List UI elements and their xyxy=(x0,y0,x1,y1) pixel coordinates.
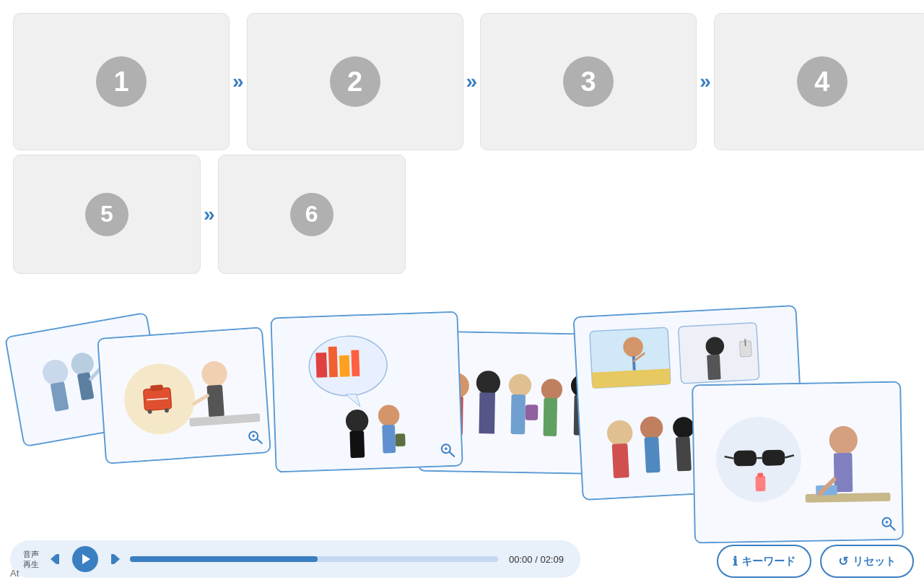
svg-rect-78 xyxy=(733,450,757,466)
reset-icon: ↺ xyxy=(838,554,848,569)
skip-forward-button[interactable] xyxy=(104,549,124,569)
scene-illustration-3 xyxy=(271,313,461,472)
arrow-5-6: » xyxy=(204,204,215,225)
skip-back-icon xyxy=(48,551,64,567)
svg-rect-95 xyxy=(56,554,59,564)
svg-rect-67 xyxy=(644,437,660,473)
reset-button[interactable]: ↺ リセット xyxy=(820,545,914,578)
card-number-4: 4 xyxy=(797,56,847,107)
bottom-buttons: ℹ キーワード ↺ リセット xyxy=(717,545,914,578)
story-card-6[interactable]: 6 xyxy=(218,155,406,274)
svg-rect-69 xyxy=(676,436,692,471)
story-card-3[interactable]: 3 xyxy=(480,13,697,150)
svg-rect-43 xyxy=(510,394,526,434)
svg-rect-44 xyxy=(525,405,538,420)
card-number-3: 3 xyxy=(563,56,614,107)
svg-line-34 xyxy=(450,452,454,457)
search-icon-3 xyxy=(440,442,456,459)
svg-line-63 xyxy=(745,339,746,346)
card-number-6: 6 xyxy=(290,193,334,236)
svg-rect-26 xyxy=(351,350,359,376)
svg-rect-79 xyxy=(762,450,785,466)
search-icon xyxy=(247,429,263,446)
arrow-1-2: » xyxy=(232,72,244,92)
svg-rect-14 xyxy=(206,385,225,418)
scene-card-2[interactable] xyxy=(97,327,271,464)
arrow-3-4: » xyxy=(699,72,711,92)
svg-marker-94 xyxy=(51,554,56,564)
play-icon xyxy=(79,553,92,566)
skip-back-button[interactable] xyxy=(46,549,66,569)
svg-rect-32 xyxy=(395,433,405,446)
zoom-icon-2[interactable] xyxy=(247,429,264,449)
scene-at-label: At xyxy=(10,568,19,579)
svg-line-91 xyxy=(891,526,895,530)
skip-forward-icon xyxy=(106,551,122,567)
story-card-4[interactable]: 4 xyxy=(714,13,924,150)
keyword-label: キーワード xyxy=(741,555,796,568)
svg-rect-31 xyxy=(382,425,396,454)
progress-bar[interactable] xyxy=(130,556,498,562)
svg-rect-9 xyxy=(150,384,163,391)
svg-rect-61 xyxy=(707,355,720,380)
svg-rect-23 xyxy=(315,353,327,378)
svg-rect-24 xyxy=(328,347,338,378)
card-number-2: 2 xyxy=(330,56,380,107)
svg-rect-65 xyxy=(612,444,629,478)
svg-rect-46 xyxy=(544,398,558,436)
keyword-icon: ℹ xyxy=(733,554,737,569)
card-number-1: 1 xyxy=(96,56,147,107)
svg-marker-96 xyxy=(82,554,90,564)
keyword-button[interactable]: ℹ キーワード xyxy=(717,545,811,578)
story-card-2[interactable]: 2 xyxy=(247,13,463,150)
story-card-5[interactable]: 5 xyxy=(13,155,201,274)
zoom-icon-6[interactable] xyxy=(880,516,896,535)
scene-illustration-2 xyxy=(98,328,269,462)
svg-rect-83 xyxy=(755,475,765,491)
audio-label: 音声 再生 xyxy=(22,549,40,570)
arrow-2-3: » xyxy=(466,72,478,92)
progress-fill xyxy=(130,556,318,562)
reset-label: リセット xyxy=(853,555,896,568)
scene-card-6[interactable] xyxy=(692,381,904,543)
play-button[interactable] xyxy=(72,546,98,572)
svg-marker-97 xyxy=(114,554,120,564)
audio-bar: 音声 再生 00:00 / 02:09 xyxy=(10,540,580,578)
card-number-5: 5 xyxy=(85,193,128,236)
svg-line-57 xyxy=(634,356,635,371)
svg-rect-41 xyxy=(479,392,495,433)
scene-illustration-6 xyxy=(693,383,902,542)
search-icon-6 xyxy=(880,516,896,532)
time-display: 00:00 / 02:09 xyxy=(504,554,569,565)
svg-rect-29 xyxy=(349,431,365,458)
scene-card-3[interactable] xyxy=(270,311,463,473)
story-card-1[interactable]: 1 xyxy=(13,13,230,150)
zoom-icon-3[interactable] xyxy=(440,442,456,462)
svg-rect-84 xyxy=(757,473,763,477)
svg-line-18 xyxy=(257,439,261,444)
svg-rect-25 xyxy=(339,355,350,377)
svg-rect-98 xyxy=(111,554,114,564)
